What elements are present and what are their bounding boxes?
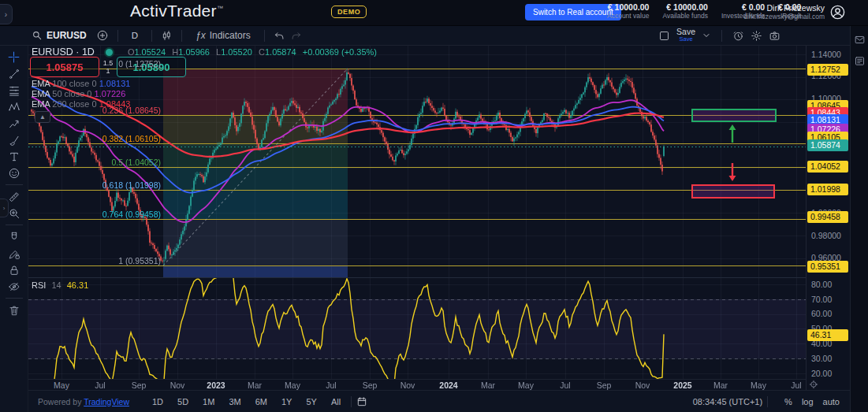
- layout-icon[interactable]: [658, 30, 670, 42]
- time-axis-label: Mar: [472, 380, 504, 390]
- collapse-left-panel-button[interactable]: ›: [0, 4, 13, 24]
- time-axis-label: Nov: [162, 380, 193, 390]
- time-axis-label: Jul: [549, 380, 581, 390]
- timeframe-button[interactable]: D: [127, 29, 143, 42]
- price-axis-label: 0.98000: [811, 230, 841, 242]
- stat-label: Available funds: [662, 12, 708, 20]
- sell-button[interactable]: 1.05875: [30, 57, 99, 77]
- time-axis-label: Jul: [315, 380, 347, 390]
- account-stat: € 10000.00Available funds: [662, 2, 708, 20]
- save-button[interactable]: Save Save: [676, 28, 695, 43]
- alert-clock-icon[interactable]: [732, 30, 744, 42]
- range-button-6m[interactable]: 6M: [250, 395, 273, 408]
- fib-retracement-tool[interactable]: [4, 82, 24, 98]
- price-badge-fib: 1.01998: [807, 184, 848, 195]
- user-info[interactable]: Dirk Friczewsky dirk.friczewsky@gmail.co…: [743, 3, 825, 20]
- emoji-tool[interactable]: [4, 165, 24, 181]
- time-axis-label: May: [743, 380, 774, 390]
- chevron-down-icon[interactable]: [702, 31, 711, 40]
- scale-button-%[interactable]: %: [780, 395, 796, 408]
- range-button-all[interactable]: All: [326, 395, 346, 408]
- trash-tool[interactable]: [4, 302, 24, 318]
- tradingview-link[interactable]: TradingView: [84, 397, 129, 406]
- time-axis-label: Mar: [705, 380, 736, 390]
- drawing-lock-tool[interactable]: [4, 245, 24, 262]
- range-button-1d[interactable]: 1D: [147, 395, 169, 408]
- crosshair-tool[interactable]: [4, 49, 24, 65]
- clock[interactable]: 08:34:45 (UTC+1): [693, 397, 762, 406]
- time-axis[interactable]: MayJulSepNov2023MarMayJulSepNov2024MarMa…: [28, 379, 806, 391]
- symbol-search[interactable]: EURUSD: [27, 28, 91, 43]
- price-axis-label: 70.00: [811, 294, 832, 306]
- range-button-5y[interactable]: 5Y: [300, 395, 322, 408]
- price-badge-fib: 1.12752: [807, 64, 848, 76]
- time-axis-label: Mar: [239, 380, 270, 390]
- chevron-right-icon: ›: [5, 10, 7, 19]
- price-badge-fib: 0.95351: [807, 261, 848, 273]
- scale-button-auto[interactable]: auto: [819, 395, 844, 408]
- user-email: dirk.friczewsky@gmail.com: [743, 13, 825, 20]
- indicators-button[interactable]: ƒx Indicators: [191, 28, 255, 43]
- activtrader-app: › ActivTrader™ DEMO Switch to Real accou…: [0, 0, 868, 412]
- drawing-tools-sidebar: [0, 45, 28, 412]
- range-button-1m[interactable]: 1M: [197, 395, 220, 408]
- time-axis-label: May: [277, 380, 308, 390]
- eye-hide-tool[interactable]: [4, 278, 24, 295]
- time-axis-label: May: [510, 380, 542, 390]
- tools-divider: [6, 225, 23, 225]
- tools-divider: [6, 298, 23, 299]
- gear-icon[interactable]: [751, 30, 762, 42]
- powered-by: Powered by TradingView: [38, 397, 129, 406]
- stat-value: € 10000.00: [662, 2, 708, 12]
- price-badge-rsi: 46.31: [807, 329, 848, 341]
- range-button-5d[interactable]: 5D: [172, 395, 194, 408]
- avatar[interactable]: [829, 4, 846, 20]
- stat-value: € 10000.00: [607, 2, 649, 12]
- time-axis-label: May: [46, 380, 77, 390]
- price-axis-label: 1.14000: [811, 49, 841, 61]
- magnet-tool[interactable]: [4, 228, 24, 245]
- fx-icon: ƒx: [196, 30, 206, 41]
- camera-icon[interactable]: [769, 30, 780, 42]
- search-icon: [32, 30, 43, 41]
- buy-button[interactable]: 1.05890: [117, 57, 186, 77]
- scale-buttons: %logauto: [780, 395, 844, 408]
- price-axis[interactable]: 1.140001.120001.100001.000000.980000.960…: [806, 45, 851, 390]
- price-chart-canvas[interactable]: [28, 45, 806, 379]
- range-button-3m[interactable]: 3M: [223, 395, 246, 408]
- symbol-label: EURUSD: [47, 30, 87, 41]
- trendline-tool[interactable]: [4, 65, 24, 82]
- xabcd-pattern-tool[interactable]: [4, 98, 24, 115]
- chart-type-icon[interactable]: [161, 30, 173, 42]
- chart-area[interactable]: EURUSD · 1D O1.05524 H1.05966 L1.05520 C…: [28, 45, 806, 379]
- compare-add-icon[interactable]: [96, 29, 109, 42]
- time-axis-label: Nov: [627, 380, 658, 390]
- time-axis-label: Sep: [588, 380, 620, 390]
- top-bar: › ActivTrader™ DEMO Switch to Real accou…: [0, 0, 868, 26]
- go-to-date-icon[interactable]: [356, 396, 367, 407]
- tools-divider: [6, 184, 23, 185]
- undo-icon[interactable]: [274, 30, 285, 42]
- collapse-tools-button[interactable]: ›: [0, 199, 9, 217]
- right-sidebar: [850, 26, 868, 412]
- brush-tool[interactable]: [4, 132, 24, 148]
- forecast-tool[interactable]: [4, 115, 24, 132]
- time-axis-label: Nov: [392, 380, 423, 390]
- date-range-buttons: 1D5D1M3M6M1Y5YAll: [147, 395, 346, 408]
- time-axis-label: 2025: [667, 380, 698, 390]
- time-axis-label: 2023: [200, 380, 232, 390]
- mail-icon[interactable]: [854, 34, 866, 46]
- news-icon[interactable]: [854, 55, 866, 67]
- chart-toolbar: EURUSD D ƒx Indicators Save Save: [0, 26, 850, 46]
- scale-button-log[interactable]: log: [798, 395, 818, 408]
- time-axis-label: Sep: [123, 380, 155, 390]
- price-badge-price: 1.05874: [807, 139, 848, 151]
- text-tool[interactable]: [4, 148, 24, 165]
- price-badge-fib: 0.99458: [807, 211, 848, 223]
- lock-tool[interactable]: [4, 262, 24, 278]
- price-axis-label: 80.00: [811, 279, 832, 291]
- price-badge-fib: 1.04052: [807, 161, 848, 173]
- collapse-legend-button[interactable]: ▲: [35, 111, 50, 123]
- range-button-1y[interactable]: 1Y: [276, 395, 297, 408]
- redo-icon[interactable]: [290, 30, 302, 42]
